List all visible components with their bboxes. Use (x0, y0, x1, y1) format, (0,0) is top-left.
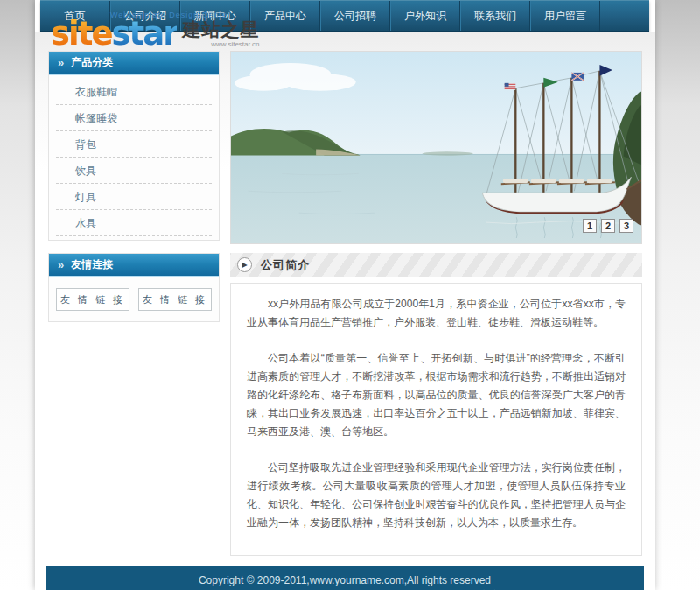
content-area: » 产品分类 衣服鞋帽 帐篷睡袋 背包 饮具 灯具 水具 » 友情连接 (35, 32, 654, 566)
nav-item-guestbook[interactable]: 用户留言 (530, 1, 600, 31)
play-icon: ▶ (237, 257, 252, 272)
logo[interactable]: Webtemplate Design Center sitestar 建站之星 … (51, 11, 259, 50)
main-column: 1 2 3 ▶ 公司简介 xx户外用品有限公司成立于2000年1月，系中资企业，… (230, 51, 642, 556)
friend-links-box: » 友情连接 友 情 链 接 友 情 链 接 (48, 253, 220, 322)
intro-paragraph-2: 公司本着以“质量第一、信誉至上、开拓创新、与时俱进”的经营理念，不断引进高素质的… (247, 349, 626, 441)
slider-page-button-1[interactable]: 1 (583, 219, 597, 233)
friend-links-header: » 友情连接 (49, 254, 219, 277)
section-title: 公司简介 (261, 257, 310, 273)
brand-url: www.sitestar.cn (182, 40, 259, 48)
sidebar-item-tents-sleeping-bags[interactable]: 帐篷睡袋 (56, 105, 212, 131)
company-intro-text: xx户外用品有限公司成立于2000年1月，系中资企业，公司位于xx省xx市，专业… (230, 283, 642, 556)
company-intro-section-bar: ▶ 公司简介 (230, 253, 642, 277)
brand-name-cn: 建站之星 (182, 19, 259, 39)
logo-wordmark: sitestar (51, 18, 177, 50)
page-container: Webtemplate Design Center sitestar 建站之星 … (35, 0, 654, 590)
friend-links-buttons: 友 情 链 接 友 情 链 接 (49, 277, 219, 321)
footer-copyright-en: Copyright © 2009-2011,www.yourname.com,A… (46, 573, 644, 588)
friend-link-button-1[interactable]: 友 情 链 接 (56, 288, 130, 311)
nav-item-jobs[interactable]: 公司招聘 (320, 1, 390, 31)
sidebar-item-clothes-shoes-hats[interactable]: 衣服鞋帽 (56, 79, 212, 105)
image-slider: 1 2 3 (230, 51, 642, 244)
slider-page-button-2[interactable]: 2 (601, 219, 615, 233)
slider-image (231, 52, 641, 243)
friend-link-button-2[interactable]: 友 情 链 接 (138, 288, 212, 311)
distant-islet (422, 151, 472, 155)
nav-item-products[interactable]: 产品中心 (250, 1, 320, 31)
product-category-header: » 产品分类 (49, 52, 219, 75)
flag-3-ensign (571, 73, 584, 81)
sidebar-item-backpacks[interactable]: 背包 (56, 131, 212, 158)
slider-page-button-3[interactable]: 3 (620, 219, 634, 233)
sidebar: » 产品分类 衣服鞋帽 帐篷睡袋 背包 饮具 灯具 水具 » 友情连接 (48, 51, 220, 556)
brand-name-cn-wrap: 建站之星 www.sitestar.cn (182, 18, 259, 48)
chevrons-right-icon: » (58, 258, 64, 271)
nav-item-contact[interactable]: 联系我们 (460, 1, 530, 31)
chevrons-right-icon: » (58, 56, 64, 69)
nav-item-outdoor-knowledge[interactable]: 户外知识 (390, 1, 460, 31)
intro-paragraph-1: xx户外用品有限公司成立于2000年1月，系中资企业，公司位于xx省xx市，专业… (247, 295, 626, 332)
intro-paragraph-3: 公司坚持吸取先进企业管理经验和采用现代企业管理方法，实行岗位责任制，进行绩效考核… (247, 459, 626, 532)
sidebar-item-drinkware[interactable]: 饮具 (56, 158, 212, 184)
slider-pagination: 1 2 3 (583, 219, 634, 233)
sidebar-item-water-gear[interactable]: 水具 (56, 210, 212, 236)
logo-site-text: site (51, 15, 112, 53)
logo-star-text: star (112, 15, 178, 53)
sidebar-item-lamps[interactable]: 灯具 (56, 184, 212, 210)
site-footer: Copyright © 2009-2011,www.yourname.com,A… (46, 566, 644, 590)
product-category-list: 衣服鞋帽 帐篷睡袋 背包 饮具 灯具 水具 (49, 75, 219, 240)
friend-links-title: 友情连接 (71, 257, 113, 272)
product-category-box: » 产品分类 衣服鞋帽 帐篷睡袋 背包 饮具 灯具 水具 (48, 51, 220, 241)
flag-1-stars-stripes (505, 83, 516, 90)
product-category-title: 产品分类 (71, 55, 113, 70)
